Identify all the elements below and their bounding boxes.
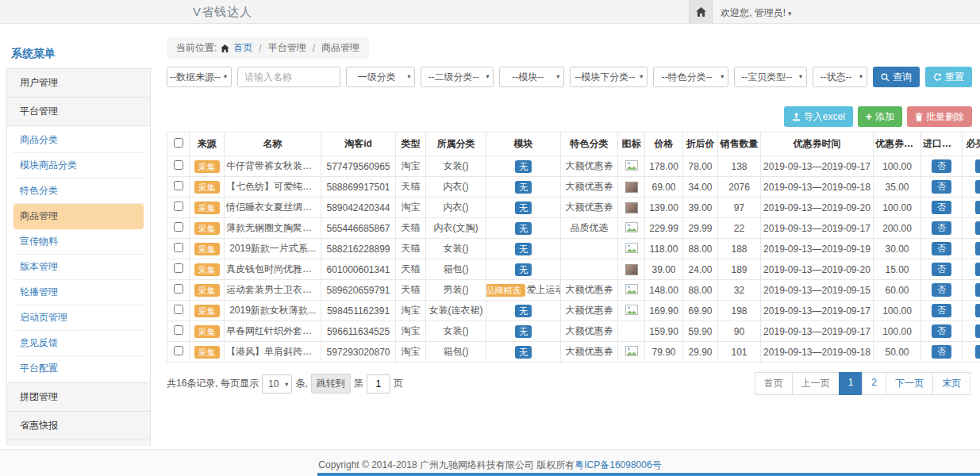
source-badge: 采集 (194, 202, 220, 214)
page-button-上一页[interactable]: 上一页 (792, 372, 840, 395)
row-checkbox[interactable] (174, 346, 183, 355)
add-button[interactable]: + 添加 (858, 106, 902, 127)
import-select-toggle[interactable]: 否 (932, 283, 951, 297)
sidebar-item-轮播管理[interactable]: 轮播管理 (13, 280, 144, 305)
query-button[interactable]: 查询 (873, 67, 920, 87)
select-all-checkbox[interactable] (174, 138, 183, 148)
must-buy-toggle[interactable]: 否 (975, 221, 980, 235)
must-buy-toggle[interactable]: 否 (975, 159, 980, 173)
sidebar-item-省惠快报[interactable]: 省惠快报 (6, 411, 151, 440)
import-select-toggle[interactable]: 否 (932, 180, 951, 194)
taoke-id-cell: 589620659791 (321, 280, 396, 301)
must-buy-toggle[interactable]: 否 (975, 304, 980, 317)
chevron-down-icon: ▾ (486, 73, 489, 80)
welcome-text: 欢迎您, 管理员! (721, 7, 786, 18)
sidebar-item-宣传物料[interactable]: 宣传物料 (13, 229, 144, 255)
page-button-2[interactable]: 2 (862, 372, 886, 395)
must-buy-toggle[interactable]: 否 (975, 263, 980, 276)
must-buy-cell: 否 (963, 301, 980, 321)
top-bar: V省钱达人 欢迎您, 管理员!▾ (0, 0, 980, 24)
row-checkbox[interactable] (174, 325, 183, 335)
page-button-1[interactable]: 1 (839, 372, 863, 395)
icp-link[interactable]: 粤ICP备16098006号 (575, 459, 661, 470)
filter-select-1[interactable]: 一级分类▾ (346, 67, 415, 87)
row-checkbox[interactable] (174, 243, 183, 252)
row-checkbox[interactable] (174, 263, 183, 273)
import-select-toggle[interactable]: 否 (932, 242, 951, 255)
jump-page-input[interactable] (367, 374, 390, 393)
sidebar-item-意见反馈[interactable]: 意见反馈 (13, 331, 144, 356)
row-checkbox[interactable] (174, 202, 183, 211)
chevron-down-icon: ▾ (788, 10, 792, 17)
page-button-末页[interactable]: 末页 (932, 372, 970, 395)
must-buy-toggle[interactable]: 否 (975, 242, 980, 255)
sidebar-item-商品分类[interactable]: 商品分类 (13, 128, 144, 153)
row-checkbox[interactable] (174, 284, 183, 294)
sidebar-item-消息管理[interactable]: 消息管理 (6, 440, 151, 446)
col-category: 所属分类 (426, 132, 486, 156)
import-select-toggle[interactable]: 否 (932, 304, 951, 317)
import-select-toggle[interactable]: 否 (932, 201, 951, 214)
filter-select-5[interactable]: --特色分类--▾ (653, 67, 728, 87)
sidebar-item-用户管理[interactable]: 用户管理 (6, 68, 151, 98)
sidebar-item-平台配置[interactable]: 平台配置 (13, 356, 144, 381)
filter-select-value: --特色分类-- (662, 71, 713, 84)
user-menu[interactable]: 欢迎您, 管理员!▾ (721, 6, 792, 20)
app-title: V省钱达人 (193, 5, 252, 20)
must-buy-toggle[interactable]: 否 (975, 201, 980, 214)
coupon-time-cell: 2019-09-13—2019-09-17 (761, 156, 874, 177)
row-checkbox[interactable] (174, 181, 183, 190)
import-select-toggle[interactable]: 否 (932, 221, 951, 235)
page-size-select[interactable]: 10 ▾ (262, 374, 292, 393)
category-cell: 女装() (426, 321, 486, 342)
batch-delete-button[interactable]: 批量删除 (907, 106, 972, 127)
source-badge: 采集 (194, 181, 220, 194)
sidebar-item-商品管理[interactable]: 商品管理 (13, 204, 144, 229)
must-buy-toggle[interactable]: 否 (975, 283, 980, 297)
price-cell: 39.00 (645, 259, 683, 280)
filter-select-7[interactable]: --状态--▾ (813, 67, 867, 87)
page-button-首页[interactable]: 首页 (755, 372, 793, 395)
must-buy-toggle[interactable]: 否 (975, 324, 980, 338)
sidebar-item-特色分类[interactable]: 特色分类 (13, 178, 144, 204)
row-checkbox[interactable] (174, 305, 183, 314)
home-button[interactable] (689, 0, 713, 24)
sidebar-item-启动页管理[interactable]: 启动页管理 (13, 305, 144, 331)
filter-select-3[interactable]: --模块--▾ (499, 67, 564, 87)
filter-select-0[interactable]: --数据来源--▾ (167, 67, 232, 87)
coupon-amount-cell: 100.00 (874, 321, 921, 342)
import-select-toggle[interactable]: 否 (932, 159, 951, 173)
filter-select-6[interactable]: --宝贝类型--▾ (734, 67, 807, 87)
table-row: 采集早春网红针织外套女春...596611634525淘宝女装()无大额优惠券1… (167, 321, 980, 342)
row-checkbox[interactable] (174, 222, 183, 232)
category-cell: 女装(连衣裙) (426, 301, 486, 321)
must-buy-toggle[interactable]: 否 (975, 345, 980, 359)
must-buy-cell: 否 (963, 342, 980, 363)
chevron-down-icon: ▾ (556, 73, 559, 80)
filter-select-4[interactable]: --模块下分类--▾ (570, 67, 648, 87)
sidebar-item-模块商品分类[interactable]: 模块商品分类 (13, 153, 144, 178)
import-excel-button[interactable]: 导入excel (784, 106, 853, 127)
breadcrumb-home-link[interactable]: 首页 (233, 41, 252, 55)
jump-button[interactable]: 跳转到 (311, 374, 351, 393)
sidebar-item-拼团管理[interactable]: 拼团管理 (6, 382, 151, 412)
import-select-toggle[interactable]: 否 (932, 324, 951, 338)
import-select-toggle[interactable]: 否 (932, 263, 951, 276)
reset-button[interactable]: 重置 (925, 67, 972, 87)
coupon-amount-cell: 15.00 (874, 259, 921, 280)
col-discount-price: 折后价 (683, 132, 718, 156)
must-buy-toggle[interactable]: 否 (975, 180, 980, 194)
sidebar-item-版本管理[interactable]: 版本管理 (13, 255, 144, 280)
sidebar-item-平台管理[interactable]: 平台管理 (6, 97, 151, 126)
icon-cell (618, 198, 645, 218)
home-icon (221, 44, 229, 52)
row-checkbox[interactable] (174, 160, 183, 170)
name-cell: 薄款无钢圈文胸聚拢性... (225, 218, 321, 239)
filter-select-value: --模块-- (512, 71, 544, 84)
chevron-down-icon: ▾ (640, 73, 643, 80)
filter-select-2[interactable]: --二级分类--▾ (421, 67, 494, 87)
name-search-input[interactable] (237, 67, 340, 87)
page-button-下一页[interactable]: 下一页 (886, 372, 933, 395)
import-select-toggle[interactable]: 否 (932, 345, 951, 359)
product-image-icon (625, 305, 638, 315)
